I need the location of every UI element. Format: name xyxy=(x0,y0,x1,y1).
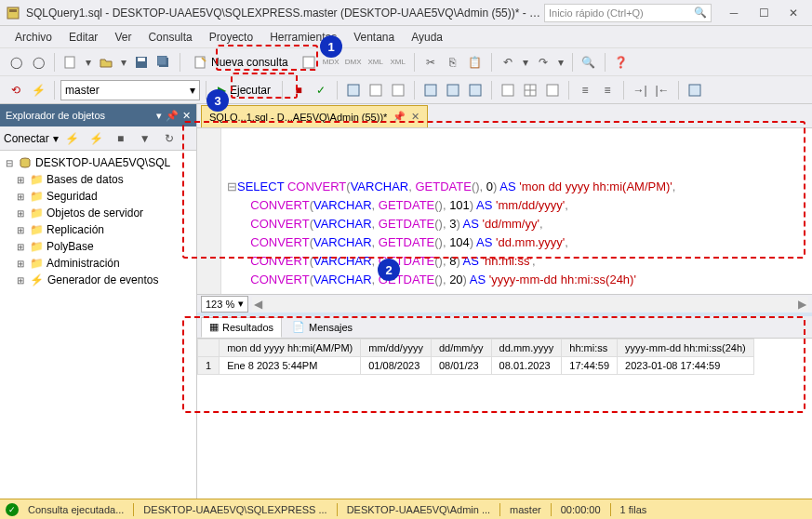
minimize-button[interactable]: ─ xyxy=(721,3,747,23)
undo-icon[interactable]: ↶ xyxy=(498,52,518,73)
connection-icon[interactable]: ⟲ xyxy=(6,80,26,100)
table-row[interactable]: 1Ene 8 2023 5:44PM01/08/202308/01/2308.0… xyxy=(198,357,754,375)
refresh-icon[interactable]: ↻ xyxy=(159,128,180,149)
database-select[interactable]: master ▾ xyxy=(60,80,200,100)
column-header[interactable] xyxy=(198,339,220,357)
mdx-icon[interactable]: MDX xyxy=(321,52,341,73)
find-icon[interactable]: 🔍 xyxy=(579,52,599,73)
save-all-icon[interactable] xyxy=(153,52,174,73)
panel-close-icon[interactable]: ✕ xyxy=(182,110,191,122)
query-options-icon[interactable] xyxy=(366,80,386,100)
results-grid-icon[interactable] xyxy=(520,80,540,100)
table-cell[interactable]: 08.01.2023 xyxy=(491,357,562,375)
horizontal-scrollbar[interactable]: ◀ ▶ xyxy=(252,297,808,312)
table-cell[interactable]: 17:44:59 xyxy=(562,357,618,375)
maximize-button[interactable]: ☐ xyxy=(751,3,777,23)
tree-item-bases[interactable]: ⊞📁Bases de datos xyxy=(0,171,196,188)
stop-icon[interactable]: ■ xyxy=(288,80,309,100)
open-dropdown[interactable]: ▾ xyxy=(118,56,129,69)
estimated-plan-icon[interactable] xyxy=(343,80,364,100)
nav-back-button[interactable]: ◯ xyxy=(6,52,26,73)
comment-icon[interactable]: ≡ xyxy=(575,80,595,100)
tab-mensajes[interactable]: 📄 Mensajes xyxy=(284,317,361,338)
stop-conn-icon[interactable]: ■ xyxy=(111,128,131,149)
results-file-icon[interactable] xyxy=(542,80,563,100)
expand-icon[interactable]: ⊞ xyxy=(15,274,26,286)
tree-item-replicacion[interactable]: ⊞📁Replicación xyxy=(0,221,196,238)
tree-item-seguridad[interactable]: ⊞📁Seguridad xyxy=(0,188,196,205)
tree-item-polybase[interactable]: ⊞📁PolyBase xyxy=(0,238,196,255)
live-stats-icon[interactable] xyxy=(443,80,463,100)
sql-editor[interactable]: ⊟SELECT CONVERT(VARCHAR, GETDATE(), 0) A… xyxy=(197,128,812,294)
tab-sqlquery1[interactable]: SQLQ...1.sql - D...AE5VQ\Admin (55))* 📌 … xyxy=(201,105,428,127)
outdent-icon[interactable]: |← xyxy=(652,80,672,100)
cut-icon[interactable]: ✂ xyxy=(420,52,441,73)
dmx-icon[interactable]: DMX xyxy=(343,52,364,73)
column-header[interactable]: yyyy-mm-dd hh:mi:ss(24h) xyxy=(618,339,754,357)
connect-icon[interactable]: ⚡ xyxy=(62,128,83,149)
save-icon[interactable] xyxy=(131,52,152,73)
column-header[interactable]: dd.mm.yyyy xyxy=(491,339,562,357)
table-cell[interactable]: 2023-01-08 17:44:59 xyxy=(618,357,754,375)
menu-archivo[interactable]: Archivo xyxy=(7,28,60,47)
parse-icon[interactable]: ✓ xyxy=(311,80,331,100)
indent-icon[interactable]: →| xyxy=(630,80,650,100)
menu-consulta[interactable]: Consulta xyxy=(140,28,199,47)
table-cell[interactable]: 08/01/23 xyxy=(431,357,491,375)
ejecutar-button[interactable]: ▶ Ejecutar xyxy=(212,80,276,100)
conectar-dropdown-icon[interactable]: ▾ xyxy=(53,132,59,145)
nav-forward-button[interactable]: ◯ xyxy=(28,52,48,73)
disconnect-icon[interactable]: ⚡ xyxy=(87,128,107,149)
copy-icon[interactable]: ⎘ xyxy=(443,52,463,73)
menu-ayuda[interactable]: Ayuda xyxy=(404,28,450,47)
client-stats-icon[interactable] xyxy=(465,80,486,100)
nueva-consulta-button[interactable]: Nueva consulta xyxy=(186,52,297,73)
xmla2-icon[interactable]: XML xyxy=(388,52,408,73)
menu-editar[interactable]: Editar xyxy=(61,28,105,47)
table-cell[interactable]: 01/08/2023 xyxy=(361,357,432,375)
xmla-icon[interactable]: XML xyxy=(366,52,386,73)
column-header[interactable]: mm/dd/yyyy xyxy=(361,339,432,357)
open-icon[interactable] xyxy=(96,52,116,73)
pin-icon[interactable]: 📌 xyxy=(166,110,179,122)
change-connection-icon[interactable]: ⚡ xyxy=(28,80,48,100)
expand-icon[interactable]: ⊞ xyxy=(15,207,26,219)
tree-item-admin[interactable]: ⊞📁Administración xyxy=(0,255,196,272)
filter-icon[interactable]: ▼ xyxy=(135,128,155,149)
panel-dropdown-icon[interactable]: ▾ xyxy=(156,110,162,122)
tab-resultados[interactable]: ▦ Resultados xyxy=(201,317,282,338)
column-header[interactable]: dd/mm/yy xyxy=(431,339,491,357)
pin-tab-icon[interactable]: 📌 xyxy=(393,111,406,123)
tree-item-eventos[interactable]: ⊞⚡Generador de eventos xyxy=(0,272,196,288)
collapse-icon[interactable]: ⊟ xyxy=(4,157,15,168)
redo-icon[interactable]: ↷ xyxy=(533,52,553,73)
uncomment-icon[interactable]: ≡ xyxy=(597,80,618,100)
results-text-icon[interactable] xyxy=(498,80,518,100)
close-tab-icon[interactable]: ✕ xyxy=(411,111,419,123)
expand-icon[interactable]: ⊞ xyxy=(15,258,26,269)
specify-values-icon[interactable] xyxy=(685,80,705,100)
actual-plan-icon[interactable] xyxy=(420,80,441,100)
column-header[interactable]: mon dd yyyy hh:mi(AM/PM) xyxy=(220,339,361,357)
quick-launch-input[interactable]: Inicio rápido (Ctrl+Q) 🔍 xyxy=(544,4,712,22)
close-button[interactable]: ✕ xyxy=(780,3,806,23)
paste-icon[interactable]: 📋 xyxy=(465,52,486,73)
table-cell[interactable]: Ene 8 2023 5:44PM xyxy=(220,357,361,375)
table-cell[interactable]: 1 xyxy=(198,357,220,375)
expand-icon[interactable]: ⊞ xyxy=(15,191,26,202)
expand-icon[interactable]: ⊞ xyxy=(15,241,26,252)
query-template-icon[interactable] xyxy=(299,52,319,73)
intellisense-icon[interactable] xyxy=(388,80,408,100)
zoom-select[interactable]: 123 % ▾ xyxy=(201,296,248,313)
new-icon[interactable] xyxy=(60,52,81,73)
help-icon[interactable]: ❓ xyxy=(611,52,632,73)
new-dropdown[interactable]: ▾ xyxy=(83,56,94,69)
menu-herramientas[interactable]: Herramientas xyxy=(262,28,344,47)
menu-ventana[interactable]: Ventana xyxy=(346,28,402,47)
tree-item-objetos[interactable]: ⊞📁Objetos de servidor xyxy=(0,205,196,221)
redo-dropdown[interactable]: ▾ xyxy=(555,56,566,69)
expand-icon[interactable]: ⊞ xyxy=(15,224,26,235)
undo-dropdown[interactable]: ▾ xyxy=(520,56,531,69)
results-grid[interactable]: mon dd yyyy hh:mi(AM/PM)mm/dd/yyyydd/mm/… xyxy=(197,339,812,499)
expand-icon[interactable]: ⊞ xyxy=(15,174,26,185)
